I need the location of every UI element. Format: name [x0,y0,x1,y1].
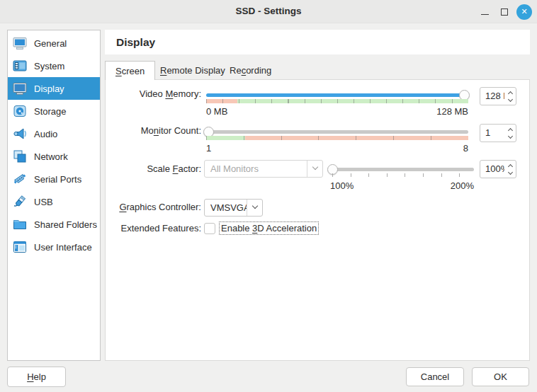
scale-factor-min: 100% [330,180,354,191]
minimize-button[interactable] [476,0,493,23]
sidebar-item-network[interactable]: Network [8,145,100,168]
cancel-button[interactable]: Cancel [406,367,464,386]
video-memory-minmax: 0 MB 128 MB [206,106,468,117]
sidebar-item-label: Display [34,83,64,94]
settings-category-list: General System Display Storage Audio Net… [7,30,101,361]
monitor-count-min: 1 [206,143,211,154]
video-memory-max: 128 MB [436,106,468,117]
graphics-controller-dropdown[interactable]: VMSVGA [204,199,263,217]
sidebar-item-shared-folders[interactable]: Shared Folders [8,213,100,236]
video-memory-slider[interactable] [206,93,468,97]
minimize-icon [481,14,489,16]
storage-disk-icon [12,103,28,119]
video-memory-value[interactable]: 128 MB [480,88,504,105]
sidebar-item-label: USB [34,197,53,207]
monitor-count-scale [206,136,468,140]
usb-plug-icon [12,194,28,209]
display-tabbar: Screen Remote Display Recording [105,61,530,79]
maximize-button[interactable] [496,0,513,23]
serial-port-icon [12,171,28,187]
monitor-count-spinbox[interactable]: 1 [480,124,516,142]
video-memory-label: Video Memory: [106,88,201,100]
scale-factor-monitor-value: All Monitors [205,163,307,174]
display-monitor-icon [12,81,28,96]
maximize-icon [501,8,508,16]
sidebar-item-display[interactable]: Display [8,77,100,100]
sidebar-item-label: Shared Folders [34,219,97,230]
spin-up-icon[interactable] [507,127,512,132]
close-icon: ✕ [516,4,532,20]
chevron-down-icon [307,161,322,177]
scale-factor-scale [332,173,474,177]
monitor-count-value[interactable]: 1 [480,125,504,142]
graphics-controller-value: VMSVGA [205,202,247,213]
help-button[interactable]: Help [7,367,66,387]
general-monitor-icon [12,35,28,51]
video-memory-spinbox[interactable]: 128 MB [480,87,516,105]
extended-features-label: Extended Features: [106,223,201,234]
tab-screen[interactable]: Screen [105,61,155,80]
sidebar-item-label: Storage [34,106,67,117]
shared-folder-icon [12,217,28,232]
network-cards-icon [12,149,28,164]
monitor-count-minmax: 1 8 [206,143,468,154]
monitor-count-slider[interactable] [206,130,468,134]
scale-factor-monitor-dropdown: All Monitors [204,160,323,178]
sidebar-item-label: User Interface [34,242,92,253]
spin-down-icon[interactable] [507,133,512,138]
scale-factor-label: Scale Factor: [106,163,201,175]
video-memory-min: 0 MB [206,106,227,117]
chevron-down-icon [247,200,262,216]
scale-factor-spinbox[interactable]: 100% [480,160,516,178]
sidebar-item-user-interface[interactable]: User Interface [8,236,100,258]
sidebar-item-label: Network [34,151,68,162]
spin-down-icon[interactable] [507,96,512,101]
monitor-count-label: Monitor Count: [106,125,201,137]
sidebar-item-label: Serial Ports [34,174,81,185]
spin-up-icon[interactable] [507,163,512,168]
graphics-controller-label: Graphics Controller: [106,202,201,213]
sidebar-item-label: Audio [34,129,57,139]
monitor-count-max: 8 [463,143,468,154]
scale-factor-slider[interactable] [330,168,474,171]
scale-factor-max: 200% [451,180,474,191]
sidebar-item-label: General [34,38,67,49]
close-button[interactable]: ✕ [515,0,533,23]
enable-3d-acceleration-checkbox[interactable] [204,223,215,234]
titlebar: SSD - Settings ✕ [0,0,537,23]
video-memory-scale [206,99,468,103]
sidebar-item-audio[interactable]: Audio [8,122,100,145]
screen-tab-pane: Video Memory: 0 MB 128 MB 128 MB Monitor… [105,79,530,361]
enable-3d-acceleration-checkbox-label[interactable]: Enable 3D Acceleration [220,222,318,234]
page-title: Display [116,36,155,49]
sidebar-item-system[interactable]: System [8,54,100,77]
sidebar-item-general[interactable]: General [8,32,100,54]
user-interface-window-icon [12,239,28,255]
spin-up-icon[interactable] [507,91,512,96]
scale-factor-value[interactable]: 100% [480,161,504,178]
tab-recording[interactable]: Recording [220,61,281,80]
sidebar-item-serial-ports[interactable]: Serial Ports [8,168,100,190]
sidebar-item-usb[interactable]: USB [8,190,100,213]
audio-speaker-icon [12,126,28,142]
sidebar-item-label: System [34,61,64,71]
window-title: SSD - Settings [0,6,537,16]
sidebar-item-storage[interactable]: Storage [8,100,100,122]
scale-factor-minmax: 100% 200% [330,180,474,191]
spin-down-icon[interactable] [507,169,512,174]
ok-button[interactable]: OK [472,367,529,386]
page-header: Display [105,30,530,54]
system-chip-icon [12,58,28,74]
